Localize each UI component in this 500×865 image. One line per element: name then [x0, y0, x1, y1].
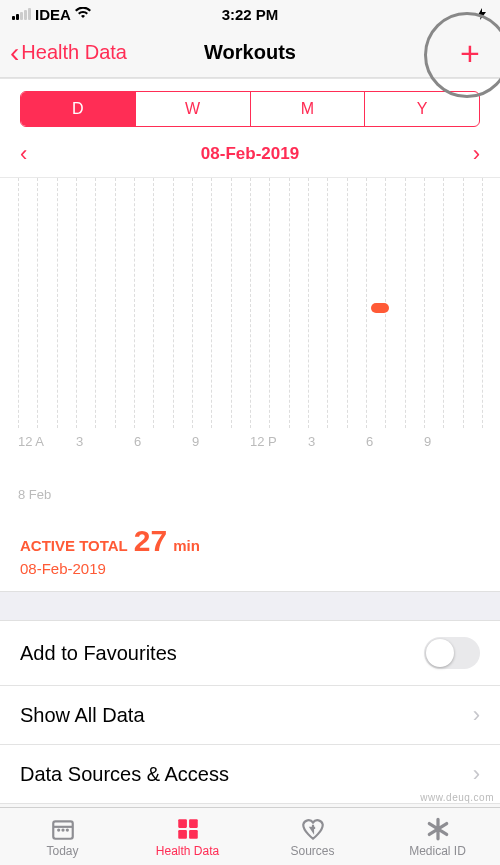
chevron-right-icon: › [473, 702, 480, 728]
current-date: 08-Feb-2019 [201, 144, 299, 164]
x-label: 6 [134, 434, 192, 449]
grid-icon [175, 816, 201, 842]
svg-rect-7 [178, 830, 187, 839]
active-total-label: ACTIVE TOTAL [20, 537, 128, 554]
chart-grid [18, 178, 482, 428]
signal-icon [12, 8, 31, 20]
nav-bar: ‹ Health Data Workouts + [0, 28, 500, 78]
x-label: 12 P [250, 434, 308, 449]
svg-rect-6 [189, 819, 198, 828]
tab-sources[interactable]: Sources [250, 808, 375, 865]
row-label: Show All Data [20, 704, 145, 727]
row-label: Add to Favourites [20, 642, 177, 665]
back-label: Health Data [21, 41, 127, 64]
favourites-toggle[interactable] [424, 637, 480, 669]
prev-date-button[interactable]: ‹ [20, 141, 27, 167]
status-left: IDEA [12, 6, 91, 23]
tab-bar: Today Health Data Sources Medical ID [0, 807, 500, 865]
wifi-icon [75, 6, 91, 22]
status-bar: IDEA 3:22 PM [0, 0, 500, 28]
segment-day[interactable]: D [21, 92, 135, 126]
summary-date: 08-Feb-2019 [20, 560, 480, 577]
segment-month[interactable]: M [250, 92, 365, 126]
next-date-button[interactable]: › [473, 141, 480, 167]
carrier-label: IDEA [35, 6, 71, 23]
calendar-icon [50, 816, 76, 842]
segment-week[interactable]: W [135, 92, 250, 126]
row-label: Data Sources & Access [20, 763, 229, 786]
chevron-right-icon: › [473, 761, 480, 787]
back-button[interactable]: ‹ Health Data [10, 39, 127, 67]
chevron-left-icon: ‹ [10, 39, 19, 67]
heart-pulse-icon [300, 816, 326, 842]
x-label: 3 [308, 434, 366, 449]
plus-icon: + [460, 34, 480, 72]
x-label: 9 [424, 434, 482, 449]
section-gap [0, 591, 500, 621]
svg-rect-8 [189, 830, 198, 839]
tab-label: Medical ID [409, 844, 466, 858]
tab-medical-id[interactable]: Medical ID [375, 808, 500, 865]
segmented-control-wrap: D W M Y [0, 78, 500, 127]
watermark: www.deuq.com [420, 792, 494, 803]
battery-icon [476, 6, 488, 23]
chart-data-point [371, 303, 389, 313]
options-list: Add to Favourites Show All Data › Data S… [0, 621, 500, 804]
active-total: ACTIVE TOTAL 27 min [20, 524, 480, 558]
x-label: 12 A [18, 434, 76, 449]
x-label: 9 [192, 434, 250, 449]
x-label: 3 [76, 434, 134, 449]
asterisk-icon [425, 816, 451, 842]
toggle-knob [426, 639, 454, 667]
add-button[interactable]: + [450, 36, 490, 70]
svg-rect-5 [178, 819, 187, 828]
tab-label: Health Data [156, 844, 219, 858]
active-total-value: 27 [134, 524, 167, 558]
x-label: 6 [366, 434, 424, 449]
date-navigator: ‹ 08-Feb-2019 › [0, 127, 500, 177]
tab-label: Today [46, 844, 78, 858]
row-show-all-data[interactable]: Show All Data › [0, 686, 500, 745]
chart-area: 12 A 3 6 9 12 P 3 6 9 [0, 177, 500, 487]
active-total-unit: min [173, 537, 200, 554]
time-range-segmented-control: D W M Y [20, 91, 480, 127]
tab-label: Sources [290, 844, 334, 858]
chart-x-labels: 12 A 3 6 9 12 P 3 6 9 [18, 428, 482, 449]
tab-health-data[interactable]: Health Data [125, 808, 250, 865]
row-add-to-favourites[interactable]: Add to Favourites [0, 621, 500, 686]
segment-year[interactable]: Y [364, 92, 479, 126]
chart-sub-label: 8 Feb [0, 487, 500, 510]
tab-today[interactable]: Today [0, 808, 125, 865]
summary-block: ACTIVE TOTAL 27 min 08-Feb-2019 [0, 510, 500, 591]
